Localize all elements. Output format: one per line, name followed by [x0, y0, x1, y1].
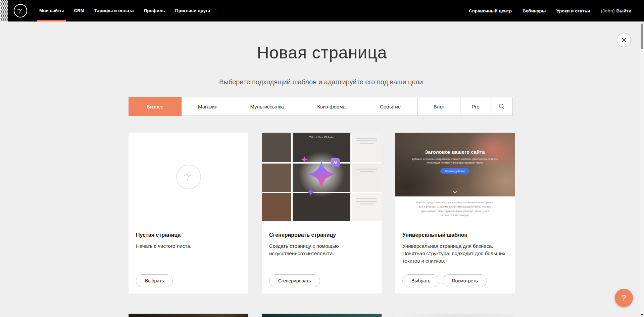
photo-tile: Title of Your Website — [293, 133, 350, 162]
top-navigation-bar: Мои сайты CRM Тарифы и оплата Профиль Пр… — [0, 0, 644, 21]
choose-blank-button[interactable]: Выбрать — [136, 274, 173, 287]
tilda-watermark — [176, 165, 201, 189]
card-description: Начать с чистого листа. — [136, 242, 241, 250]
account-name: (John) — [601, 8, 614, 13]
close-icon — [621, 37, 627, 43]
text-tile — [352, 164, 382, 192]
template-preview-image — [262, 314, 382, 317]
category-tabs: Бизнес Магазин Мультиссылка Квиз-форма С… — [129, 97, 513, 116]
help-button[interactable]: ? — [615, 289, 633, 307]
photo-tile — [262, 193, 291, 221]
universal-preview: Заголовок вашего сайта Добавьте интересн… — [395, 133, 515, 221]
template-card-partial-2[interactable] — [262, 314, 382, 317]
template-grid-row2 — [129, 314, 515, 317]
ai-preview: Title of Your Website — [262, 133, 382, 221]
close-button[interactable] — [617, 33, 631, 47]
nav-my-sites[interactable]: Мои сайты — [34, 0, 69, 21]
tab-shop[interactable]: Магазин — [181, 97, 234, 116]
main-nav: Мои сайты CRM Тарифы и оплата Профиль Пр… — [34, 0, 215, 21]
card-body: Пустая страница Начать с чистого листа. — [129, 221, 248, 250]
tilda-logo-icon — [16, 6, 25, 15]
nav-tariffs-payment[interactable]: Тарифы и оплата — [89, 0, 139, 21]
page-subtitle: Выберите подходящий шаблон и адаптируйте… — [0, 78, 644, 86]
scrollbar[interactable] — [640, 0, 644, 317]
zigzag-pattern-icon — [0, 0, 8, 21]
logout-label: Выйти — [616, 8, 632, 13]
template-card-universal: Заголовок вашего сайта Добавьте интересн… — [395, 133, 515, 293]
card-description: Универсальная страница для бизнеса. Поня… — [402, 242, 507, 264]
tilda-watermark-icon — [182, 170, 195, 184]
tilda-logo[interactable] — [14, 4, 27, 17]
template-hero-title: Заголовок вашего сайта — [425, 149, 485, 155]
card-actions: Выбрать Посмотреть — [402, 274, 487, 287]
template-grid: Пустая страница Начать с чистого листа. … — [129, 133, 515, 293]
generate-button[interactable]: Сгенерировать — [269, 274, 320, 287]
template-hero: Заголовок вашего сайта Добавьте интересн… — [395, 133, 515, 196]
placeholder-line — [356, 198, 377, 199]
card-title: Универсальный шаблон — [402, 232, 507, 238]
preview-universal-button[interactable]: Посмотреть — [443, 274, 487, 287]
choose-universal-button[interactable]: Выбрать — [402, 274, 439, 287]
photo-tile — [262, 133, 291, 162]
secondary-nav: Справочный центр Вебинары Уроки и статьи… — [469, 0, 631, 21]
template-card-partial-1[interactable] — [129, 314, 248, 317]
nav-logout[interactable]: (John)Выйти — [601, 8, 631, 13]
tab-pro[interactable]: Pro — [460, 97, 491, 116]
template-preview-image — [395, 314, 515, 317]
nav-profile[interactable]: Профиль — [139, 0, 170, 21]
template-body-text: Коротко представьтесь и расскажите о ком… — [415, 200, 495, 221]
scrollbar-down-arrow-icon[interactable] — [641, 314, 643, 316]
photo-collage: Title of Your Website — [262, 133, 382, 221]
placeholder-line — [356, 140, 377, 141]
card-body: Сгенерировать страницу Создать страницу … — [262, 221, 382, 257]
tab-search[interactable] — [491, 97, 513, 116]
placeholder-line — [360, 143, 374, 144]
card-title: Пустая страница — [136, 232, 241, 238]
template-body-section: Коротко представьтесь и расскажите о ком… — [395, 196, 515, 221]
scrollbar-header-cap — [640, 0, 644, 21]
placeholder-line — [356, 169, 377, 170]
text-tile — [352, 133, 382, 162]
nav-help-center[interactable]: Справочный центр — [469, 8, 512, 13]
template-preview-image — [129, 314, 248, 317]
photo-tile — [293, 164, 350, 192]
template-hero-subtitle: Добавьте интересные подробности о вашей … — [412, 157, 498, 165]
photo-tile — [293, 193, 350, 221]
template-cta-button: Основное действие — [440, 168, 470, 174]
mini-site-title: Title of Your Website — [293, 133, 350, 139]
blank-preview — [129, 133, 248, 221]
zigzag-decoration — [0, 0, 8, 21]
template-card-partial-3[interactable] — [395, 314, 515, 317]
tab-business[interactable]: Бизнес — [129, 97, 182, 116]
card-description: Создать страницу с помощью искусственног… — [269, 242, 374, 257]
nav-crm[interactable]: CRM — [69, 0, 89, 21]
search-icon — [498, 103, 505, 110]
chevron-down-icon — [452, 190, 458, 193]
card-actions: Выбрать — [136, 274, 173, 287]
tab-event[interactable]: Событие — [363, 97, 418, 116]
scrollbar-thumb[interactable] — [641, 24, 643, 49]
placeholder-line — [356, 138, 377, 139]
tab-multilink[interactable]: Мультиссылка — [234, 97, 300, 116]
card-body: Универсальный шаблон Универсальная стран… — [395, 221, 515, 264]
nav-webinars[interactable]: Вебинары — [523, 8, 546, 13]
nav-invite-friend[interactable]: Пригласи друга — [170, 0, 215, 21]
template-card-blank: Пустая страница Начать с чистого листа. … — [129, 133, 248, 293]
page-title: Новая страница — [0, 43, 644, 62]
tab-blog[interactable]: Блог — [417, 97, 460, 116]
card-title: Сгенерировать страницу — [269, 232, 374, 238]
placeholder-line — [356, 201, 377, 202]
placeholder-line — [360, 171, 374, 172]
photo-tile — [262, 164, 291, 192]
nav-lessons-articles[interactable]: Уроки и статьи — [556, 8, 590, 13]
template-card-ai-generate: Title of Your Website — [262, 133, 382, 293]
card-actions: Сгенерировать — [269, 274, 320, 287]
text-tile — [352, 193, 382, 221]
placeholder-line — [360, 203, 374, 205]
tab-quiz-form[interactable]: Квиз-форма — [300, 97, 363, 116]
